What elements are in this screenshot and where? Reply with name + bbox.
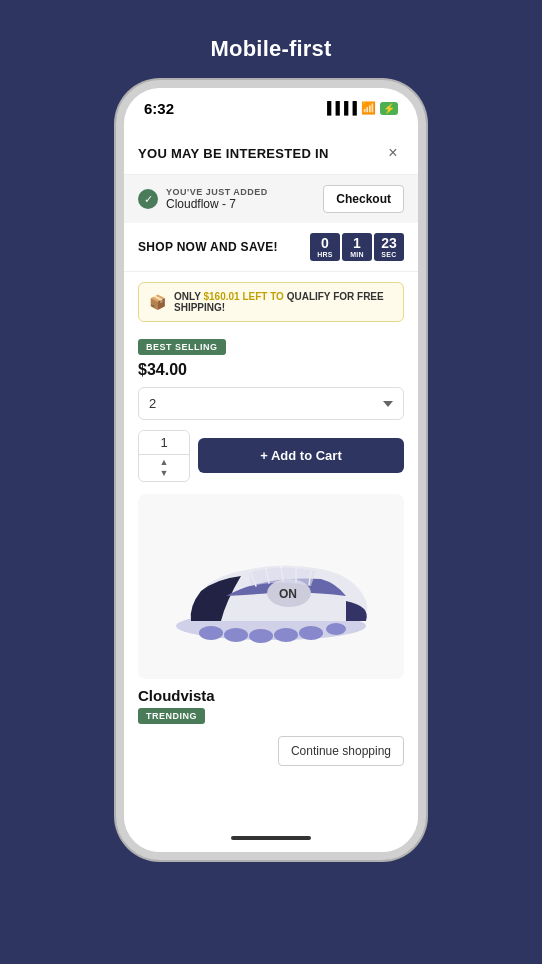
timer-hrs-label: HRS: [317, 251, 333, 258]
timer-hours-value: 0: [321, 236, 329, 250]
timer-hours: 0 HRS: [310, 233, 340, 261]
timer-seconds: 23 SEC: [374, 233, 404, 261]
added-label: YOU'VE JUST ADDED: [166, 187, 268, 197]
qty-down-arrow[interactable]: ▼: [160, 468, 169, 479]
svg-point-6: [326, 623, 346, 635]
variant-select-row[interactable]: 1 2 3 4 5: [124, 387, 418, 430]
variant-select[interactable]: 1 2 3 4 5: [138, 387, 404, 420]
added-notification: ✓ YOU'VE JUST ADDED Cloudflow - 7 Checko…: [124, 175, 418, 223]
svg-point-4: [274, 628, 298, 642]
timer-minutes: 1 MIN: [342, 233, 372, 261]
checkout-button[interactable]: Checkout: [323, 185, 404, 213]
added-text-group: YOU'VE JUST ADDED Cloudflow - 7: [166, 187, 268, 211]
added-left: ✓ YOU'VE JUST ADDED Cloudflow - 7: [138, 187, 268, 211]
product-image-area: ON: [138, 494, 404, 679]
shipping-text: ONLY $160.01 LEFT TO QUALIFY FOR FREE SH…: [174, 291, 393, 313]
product-name: Cloudvista: [138, 687, 215, 704]
phone-bottom: [124, 824, 418, 852]
modal-title: YOU MAY BE INTERESTED IN: [138, 146, 329, 161]
badge-row: BEST SELLING: [124, 332, 418, 355]
svg-point-1: [199, 626, 223, 640]
check-circle-icon: ✓: [138, 189, 158, 209]
shop-now-label: SHOP NOW AND SAVE!: [138, 240, 278, 254]
qty-arrows: ▲ ▼: [139, 455, 189, 481]
trending-badge: TRENDING: [138, 708, 205, 724]
battery-icon: ⚡: [380, 102, 398, 115]
added-product-name: Cloudflow - 7: [166, 197, 268, 211]
shop-timer-row: SHOP NOW AND SAVE! 0 HRS 1 MIN 23 SEC: [124, 223, 418, 272]
modal-header: YOU MAY BE INTERESTED IN ×: [124, 128, 418, 175]
quantity-input-wrap[interactable]: ▲ ▼: [138, 430, 190, 482]
close-button[interactable]: ×: [382, 142, 404, 164]
timer-minutes-value: 1: [353, 236, 361, 250]
trending-badge-row: TRENDING: [138, 705, 404, 724]
add-to-cart-button[interactable]: + Add to Cart: [198, 438, 404, 473]
timer-seconds-value: 23: [381, 236, 397, 250]
best-selling-badge: BEST SELLING: [138, 339, 226, 355]
phone-frame: 6:32 ▐▐▐▐ 📶 ⚡ YOU MAY BE INTERESTED IN ×…: [116, 80, 426, 860]
continue-shopping-button[interactable]: Continue shopping: [278, 736, 404, 766]
qty-up-arrow[interactable]: ▲: [160, 457, 169, 468]
timer: 0 HRS 1 MIN 23 SEC: [310, 233, 404, 261]
wifi-icon: 📶: [361, 101, 376, 115]
product-card: ON Cloudvista TRENDING: [138, 494, 404, 724]
svg-point-2: [224, 628, 248, 642]
timer-sec-label: SEC: [381, 251, 396, 258]
svg-point-5: [299, 626, 323, 640]
svg-text:ON: ON: [279, 587, 297, 601]
box-icon: 📦: [149, 294, 166, 310]
page-title: Mobile-first: [211, 36, 332, 62]
shipping-banner: 📦 ONLY $160.01 LEFT TO QUALIFY FOR FREE …: [138, 282, 404, 322]
phone-screen[interactable]: YOU MAY BE INTERESTED IN × ✓ YOU'VE JUST…: [124, 128, 418, 824]
timer-min-label: MIN: [350, 251, 364, 258]
signal-icon: ▐▐▐▐: [323, 101, 357, 115]
quantity-input[interactable]: [139, 431, 189, 455]
status-bar: 6:32 ▐▐▐▐ 📶 ⚡: [124, 88, 418, 128]
status-time: 6:32: [144, 100, 174, 117]
status-icons: ▐▐▐▐ 📶 ⚡: [323, 101, 398, 115]
continue-row: Continue shopping: [124, 736, 418, 782]
svg-point-3: [249, 629, 273, 643]
product-price: $34.00: [138, 361, 187, 378]
price-row: $34.00: [124, 355, 418, 387]
cart-row: ▲ ▼ + Add to Cart: [124, 430, 418, 494]
shoe-image: ON: [161, 521, 381, 651]
home-bar: [231, 836, 311, 840]
